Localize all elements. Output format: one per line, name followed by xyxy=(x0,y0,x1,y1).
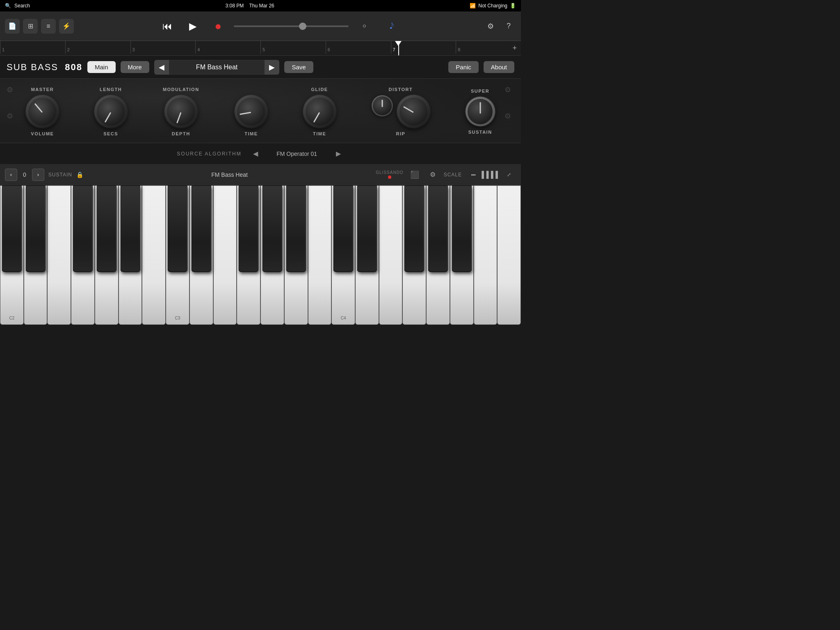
key-c5[interactable] xyxy=(497,185,521,325)
rewind-button[interactable]: ⏮ xyxy=(158,16,177,36)
settings-icon[interactable]: ⚙ xyxy=(483,19,498,34)
glide-time-knob[interactable] xyxy=(303,95,336,128)
key-gs2[interactable] xyxy=(97,185,116,272)
algorithm-label: SOURCE ALGORITHM xyxy=(177,151,241,157)
modulation-depth-knob[interactable] xyxy=(164,95,197,128)
more-button[interactable]: More xyxy=(121,61,149,73)
key-fs3[interactable] xyxy=(239,185,258,272)
loop-icon[interactable]: ⚬ xyxy=(354,16,374,36)
ruler-add-button[interactable]: + xyxy=(512,44,517,52)
key-gs3[interactable] xyxy=(262,185,282,272)
controls-row: MASTER VOLUME LENGTH SECS MODULATION xyxy=(12,87,509,136)
glide-label-top: GLIDE xyxy=(311,87,328,92)
glissando-control: GLISSANDO xyxy=(376,170,403,179)
keyboard-layout-icon[interactable]: ⬛ xyxy=(408,168,422,182)
key-as3[interactable] xyxy=(286,185,306,272)
sustain-label: SUSTAIN xyxy=(48,172,72,178)
transport-icons-right: ⚙ ? xyxy=(483,19,516,34)
master-volume-knob[interactable] xyxy=(26,95,59,128)
about-button[interactable]: About xyxy=(484,61,514,73)
kb-preset-name: FM Bass Heat xyxy=(87,171,372,178)
modulation-time-knob[interactable] xyxy=(235,95,267,128)
key-cs4[interactable] xyxy=(333,185,353,272)
algorithm-next-button[interactable]: ▶ xyxy=(333,148,344,160)
mixer-icon[interactable]: ⚡ xyxy=(59,19,74,34)
key-e4[interactable] xyxy=(379,185,403,325)
distort-knobs-container xyxy=(372,95,430,128)
main-controls: ⚙ ⚙ ⚙ ⚙ MASTER VOLUME LENGTH SECS xyxy=(0,79,521,143)
key-cs2[interactable] xyxy=(2,185,22,272)
distort-rip-small-indicator xyxy=(381,100,383,107)
modulation-time-indicator xyxy=(240,112,251,115)
key-fs4[interactable] xyxy=(404,185,424,272)
scale-pattern-icon[interactable]: ▪ ▪ ▪ xyxy=(466,168,480,182)
ruler-mark-4: 4 xyxy=(195,41,260,54)
algorithm-prev-button[interactable]: ◀ xyxy=(250,148,261,160)
save-button[interactable]: Save xyxy=(284,61,313,73)
octave-prev-button[interactable]: ‹ xyxy=(5,169,17,181)
corner-icon-tl: ⚙ xyxy=(7,85,16,95)
record-button[interactable]: ● xyxy=(208,16,228,36)
super-label-top: SUPER xyxy=(471,89,489,94)
status-left: 🔍 Search xyxy=(5,3,30,9)
metronome-icon[interactable]: 𝅘𝅥𝅮 xyxy=(380,16,399,36)
ruler-mark-6: 6 xyxy=(326,41,391,54)
key-cs3[interactable] xyxy=(168,185,187,272)
super-sustain-knob[interactable] xyxy=(466,97,495,126)
glissando-dot xyxy=(388,176,391,179)
length-secs-knob[interactable] xyxy=(94,95,127,128)
modulation-depth-label-bottom: DEPTH xyxy=(172,131,190,136)
preset-navigator: ◀ FM Bass Heat ▶ xyxy=(154,60,280,75)
time-display: 3:08 PM xyxy=(226,3,244,9)
keyboard-settings-icon[interactable]: ⚙ xyxy=(426,168,440,182)
play-button[interactable]: ▶ xyxy=(183,16,203,36)
distort-rip-large-inner xyxy=(399,98,427,126)
preset-prev-button[interactable]: ◀ xyxy=(154,60,169,75)
key-ds4[interactable] xyxy=(357,185,377,272)
key-b3[interactable] xyxy=(308,185,332,325)
search-icon: 🔍 xyxy=(5,3,11,9)
panic-button[interactable]: Panic xyxy=(448,61,479,73)
preset-next-button[interactable]: ▶ xyxy=(265,60,279,75)
grid-icon[interactable]: ⊞ xyxy=(23,19,38,34)
key-as4[interactable] xyxy=(452,185,472,272)
ruler-mark-3: 3 xyxy=(130,41,196,54)
key-e2[interactable] xyxy=(47,185,71,325)
preset-name: FM Bass Heat xyxy=(169,60,265,74)
distort-rip-large-indicator xyxy=(403,106,414,113)
key-e3[interactable] xyxy=(213,185,237,325)
key-ds3[interactable] xyxy=(192,185,211,272)
velocity-icon[interactable]: ▌▌▌▌ xyxy=(484,168,498,182)
length-secs-knob-inner xyxy=(97,98,125,126)
scale-label: SCALE xyxy=(444,172,462,178)
corner-icon-tr: ⚙ xyxy=(504,85,514,95)
master-volume-knob-inner xyxy=(28,98,56,126)
help-icon[interactable]: ? xyxy=(501,19,516,34)
key-b2[interactable] xyxy=(142,185,166,325)
length-label-top: LENGTH xyxy=(100,87,122,92)
key-ds2[interactable] xyxy=(25,185,45,272)
key-gs4[interactable] xyxy=(428,185,448,272)
resize-icon[interactable]: ⤢ xyxy=(502,168,516,182)
octave-display: 0 xyxy=(21,171,28,178)
transport-progress[interactable] xyxy=(234,25,349,27)
ruler-mark-5: 5 xyxy=(260,41,326,54)
ruler-mark-8: 8 xyxy=(456,41,521,54)
distort-rip-large-knob[interactable] xyxy=(397,95,430,128)
new-file-icon[interactable]: 📄 xyxy=(5,19,20,34)
distort-rip-small-knob[interactable] xyxy=(372,95,393,116)
list-icon[interactable]: ≡ xyxy=(41,19,56,34)
octave-next-button[interactable]: › xyxy=(32,169,44,181)
corner-icon-br: ⚙ xyxy=(504,112,514,121)
plugin-title: SUB BASS 808 xyxy=(7,62,82,73)
key-fs2[interactable] xyxy=(73,185,93,272)
main-button[interactable]: Main xyxy=(87,61,116,73)
algorithm-name: FM Operator 01 xyxy=(266,151,328,157)
master-volume-indicator xyxy=(34,103,43,113)
key-as2[interactable] xyxy=(120,185,140,272)
source-algorithm: SOURCE ALGORITHM ◀ FM Operator 01 ▶ xyxy=(0,143,521,164)
glide-time-indicator xyxy=(313,112,320,123)
key-b4[interactable] xyxy=(474,185,498,325)
transport-icons-left: 📄 ⊞ ≡ ⚡ xyxy=(5,19,74,34)
piano-container: C2 C3 C4 xyxy=(0,185,521,325)
